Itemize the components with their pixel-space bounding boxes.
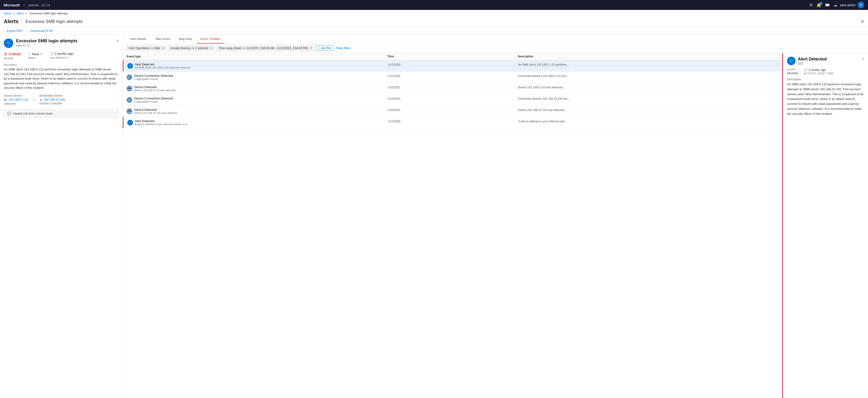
- avatar: A: [858, 2, 864, 8]
- status-value[interactable]: ⊙ New ∨: [28, 52, 42, 56]
- status-block: ⊙ New ∨ Status: [28, 52, 42, 59]
- bell-badge: 0: [819, 2, 823, 5]
- source-device-label: Source device: [4, 94, 28, 97]
- event-title: Alert Detected: [135, 63, 192, 66]
- event-subtitle: An SMB client 192.168.0.110 performs exc…: [135, 66, 192, 69]
- dest-ip[interactable]: 192.168.10.100: [44, 98, 65, 101]
- breadcrumb-alerts[interactable]: Alerts: [17, 12, 24, 15]
- status-label: Status: [28, 57, 42, 59]
- event-title-block: Device Detected Device 192.168.10.100 wa…: [134, 108, 177, 114]
- header-time: Time: [387, 55, 518, 58]
- tab-alert-details[interactable]: Alert details: [127, 35, 150, 43]
- export-pdf-button[interactable]: ↓ Export PDF: [4, 29, 23, 33]
- tabs-bar: Alert details Take action Map view Event…: [123, 35, 868, 44]
- breadcrumb-home[interactable]: Home: [4, 12, 11, 15]
- breadcrumb-sep2: >: [26, 12, 28, 15]
- tab-take-action[interactable]: Take action: [151, 35, 174, 43]
- detail-expand-icon[interactable]: »: [862, 57, 864, 60]
- description-section: Description An SMB client 192.168.0.110 …: [4, 63, 119, 90]
- info-icon: ⓘ: [67, 56, 69, 59]
- event-title-block: Alert Detected A device defined in your …: [135, 119, 190, 126]
- tab-map-view[interactable]: Map view: [175, 35, 196, 43]
- filter-user-ops-clear[interactable]: ✕: [162, 47, 164, 50]
- dest-device-info: 🖨 192.168.10.100: [39, 98, 65, 101]
- reset-filters-button[interactable]: Reset filters: [336, 47, 351, 50]
- event-time: 11/22/202...: [387, 74, 518, 78]
- detail-number: 225: [798, 62, 827, 65]
- left-panel: 🛡 Excessive SMB login attempts Alert ID:…: [0, 35, 123, 398]
- filter-time-range-clear[interactable]: ✕: [310, 47, 312, 50]
- table-row[interactable]: 🔗 Device Connection Detected 4 aggregate…: [123, 71, 782, 83]
- last-detection-block: 🕐 2 weeks ago Last detection ⓘ: [50, 52, 73, 60]
- detail-description-text: An SMB client 192.168.0.110 performs exc…: [787, 82, 864, 117]
- detail-severity-label: ALERT: [787, 68, 798, 71]
- table-row[interactable]: 🛡 Alert Detected An SMB client 192.168.0…: [123, 60, 782, 71]
- add-filter-button[interactable]: + Add filter: [316, 45, 334, 51]
- event-title: Alert Detected: [135, 119, 190, 123]
- filter-chip-user-ops: User Operations == Hide ✕: [127, 45, 166, 51]
- page-title: Alerts: [4, 19, 19, 25]
- breadcrumb-sep1: >: [13, 12, 16, 15]
- device-detected-icon-2: 💻: [127, 109, 132, 114]
- detail-severity-sublabel: Severity: [787, 71, 798, 75]
- detail-description-section: Description An SMB client 192.168.0.110 …: [787, 78, 864, 117]
- export-icon: ↓: [4, 29, 5, 33]
- event-table-header: Event type Time Description: [123, 53, 782, 60]
- filter-time-range-text: Time range (Date) == (1/1/1970, 2:00:00 …: [219, 47, 308, 50]
- close-button[interactable]: ✕: [861, 19, 864, 24]
- event-subtitle: Device 192.168.0.110 was detected: [134, 89, 176, 92]
- event-time: 11/22/202...: [388, 119, 518, 123]
- detail-title-block: Alert Detected 225: [798, 57, 827, 65]
- event-time: 11/22/202...: [387, 85, 518, 89]
- breadcrumb-current: Excessive SMB login attempts: [30, 12, 68, 15]
- add-filter-label: + Add filter: [318, 47, 332, 50]
- notes-text: Needs info from vendor team: [13, 112, 53, 115]
- topbar: Microsoft | contoso - 22.2.6 ⚙ 🔔 0 📖 ☁ a…: [0, 0, 868, 10]
- detail-panel: 🛡 Alert Detected 225 » ALERT Severity: [783, 53, 868, 398]
- user-section[interactable]: alice-admin A: [840, 2, 864, 8]
- table-row[interactable]: 💻 Device Detected Device 192.168.0.110 w…: [123, 83, 782, 94]
- last-detection-value: 🕐 2 weeks ago: [50, 52, 73, 56]
- cloud-icon[interactable]: ☁: [834, 3, 837, 7]
- event-title-block: Alert Detected An SMB client 192.168.0.1…: [135, 63, 192, 69]
- table-row[interactable]: 💻 Device Detected Device 192.168.10.100 …: [123, 105, 782, 117]
- collapse-button[interactable]: «: [117, 38, 119, 43]
- event-title: Device Detected: [134, 85, 176, 89]
- detail-description-label: Description: [787, 78, 864, 81]
- filters-bar: User Operations == Hide ✕ Include Device…: [123, 44, 868, 53]
- dest-device-label: Destination device: [39, 94, 65, 97]
- arrow-icon: →: [32, 97, 36, 102]
- severity-row: ⚠ Critical Severity ⊙ New ∨ Status 🕐 2 w…: [4, 52, 119, 60]
- page-title-sep: |: [21, 19, 23, 25]
- book-icon[interactable]: 📖: [825, 3, 830, 7]
- event-title: Device Connection Detected: [134, 74, 173, 78]
- download-icon: ↓: [27, 29, 29, 33]
- header-description: Description: [518, 55, 778, 58]
- event-type-cell: 💻 Device Detected Device 192.168.10.100 …: [127, 108, 387, 114]
- monitor-icon: 🖥: [4, 98, 7, 101]
- device-connection-icon: 🔗: [127, 74, 132, 80]
- right-panel: Alert details Take action Map view Event…: [123, 35, 868, 398]
- detail-time-value: 🕐 2 weeks ago: [804, 68, 834, 71]
- notes-icon: 💬: [7, 112, 11, 115]
- alert-icon-2: 🛡: [127, 120, 133, 125]
- bell-icon[interactable]: 🔔 0: [816, 3, 821, 7]
- table-row[interactable]: 🔗 Device Connection Detected 3 aggregate…: [123, 94, 782, 105]
- event-time: 11/22/202...: [387, 108, 518, 112]
- download-pcap-button[interactable]: ↓ Download PCAP: [27, 29, 53, 33]
- filter-include-devices-clear[interactable]: ✕: [210, 47, 213, 50]
- tab-event-timeline[interactable]: Event Timeline: [197, 35, 224, 43]
- alert-shield-icon: 🛡: [4, 38, 13, 48]
- source-device-block: Source device 🖥 192.168.0.110 Unknown: [4, 94, 28, 105]
- source-ip[interactable]: 192.168.0.110: [8, 98, 28, 101]
- event-desc: Device 192.168.0.110 was detected: [518, 85, 778, 89]
- settings-icon[interactable]: ⚙: [809, 3, 813, 7]
- detail-shield-icon: 🛡: [787, 57, 796, 65]
- event-title-block: Device Detected Device 192.168.0.110 was…: [134, 85, 176, 92]
- table-row[interactable]: 🛡 Alert Detected A device defined in you…: [123, 117, 782, 128]
- server-icon: 🖨: [39, 98, 42, 101]
- warning-icon: ⚠: [4, 52, 7, 56]
- alert-icon: 🛡: [127, 63, 133, 69]
- detail-time-block: 🕐 2 weeks ago Activity start time: [804, 68, 834, 75]
- event-desc: An SMB client 192.168.0.110 performs...: [518, 63, 778, 66]
